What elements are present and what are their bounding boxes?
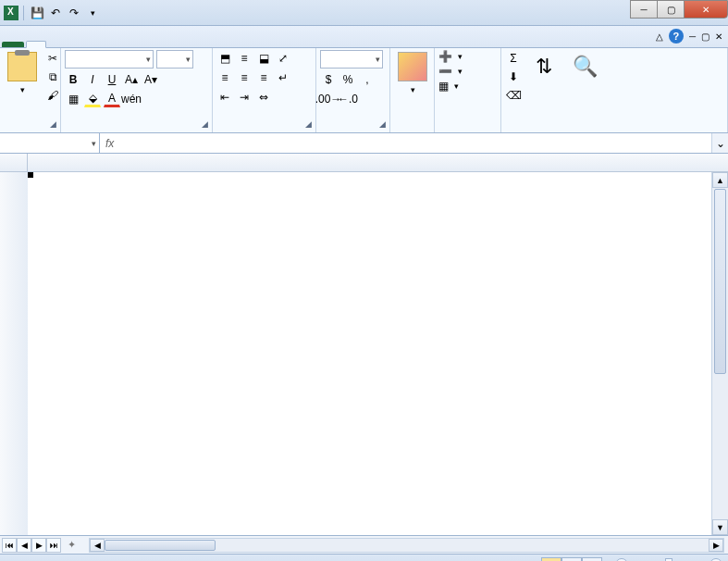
underline-button[interactable]: U: [104, 71, 120, 88]
bold-button[interactable]: B: [65, 71, 81, 88]
delete-cells-button[interactable]: ➖▾: [438, 65, 463, 78]
number-format-combo[interactable]: [320, 50, 383, 69]
status-bar: ▢ ▦ ▤ ▭ − +: [0, 554, 728, 561]
fx-icon[interactable]: fx: [105, 137, 114, 150]
format-cells-icon: ▦: [438, 80, 449, 93]
maximize-button[interactable]: ▢: [657, 0, 685, 19]
tab-insert[interactable]: [46, 42, 65, 47]
align-bottom-icon[interactable]: ⬓: [255, 50, 272, 67]
scroll-left-icon[interactable]: ◀: [90, 539, 105, 552]
increase-decimal-icon[interactable]: .00→: [320, 91, 337, 107]
minimize-button[interactable]: ─: [630, 0, 658, 19]
zoom-in-icon[interactable]: +: [709, 558, 722, 562]
redo-icon[interactable]: ↷: [66, 5, 82, 21]
qat-customize-icon[interactable]: ▾: [84, 5, 101, 21]
name-box[interactable]: [0, 133, 100, 153]
tab-file[interactable]: [2, 42, 24, 47]
decrease-indent-icon[interactable]: ⇤: [216, 89, 233, 106]
fill-handle[interactable]: [28, 172, 33, 178]
comma-format-icon[interactable]: ,: [359, 71, 376, 88]
scroll-up-icon[interactable]: ▲: [712, 172, 728, 188]
format-painter-icon[interactable]: 🖌: [44, 87, 61, 104]
decrease-decimal-icon[interactable]: ←.0: [339, 91, 356, 107]
tab-acrobat[interactable]: [194, 42, 213, 47]
number-launcher-icon[interactable]: ◢: [379, 119, 386, 129]
insert-cells-button[interactable]: ➕▾: [438, 50, 463, 63]
sheet-nav-first-icon[interactable]: ⏮: [2, 538, 17, 553]
select-all-corner[interactable]: [0, 154, 28, 171]
vertical-scroll-thumb[interactable]: [714, 189, 726, 374]
merge-center-icon[interactable]: ⇔: [255, 89, 272, 106]
align-right-icon[interactable]: ≡: [255, 69, 272, 86]
tab-review[interactable]: [120, 42, 139, 47]
tab-team[interactable]: [213, 42, 231, 47]
find-select-button[interactable]: 🔍: [566, 50, 603, 85]
add-sheet-icon[interactable]: ✦: [63, 539, 80, 551]
autosum-icon[interactable]: Σ: [505, 50, 522, 67]
copy-icon[interactable]: ⧉: [44, 69, 61, 85]
scroll-down-icon[interactable]: ▼: [712, 519, 728, 535]
sort-filter-button[interactable]: ⇅: [525, 50, 562, 85]
increase-indent-icon[interactable]: ⇥: [236, 89, 253, 106]
font-name-combo[interactable]: [65, 50, 154, 69]
tab-home[interactable]: [26, 41, 46, 48]
doc-restore-icon[interactable]: ▢: [701, 31, 709, 42]
phonetic-icon[interactable]: wén: [123, 91, 140, 107]
paste-button[interactable]: ▾: [4, 50, 41, 96]
help-icon[interactable]: ?: [669, 29, 684, 44]
page-break-view-icon[interactable]: ▭: [582, 557, 602, 562]
normal-view-icon[interactable]: ▦: [541, 557, 561, 562]
alignment-launcher-icon[interactable]: ◢: [305, 119, 312, 129]
accounting-format-icon[interactable]: $: [320, 71, 337, 88]
fill-icon[interactable]: ⬇: [505, 69, 522, 85]
tab-data[interactable]: [102, 42, 120, 47]
ribbon: ▾ ✂ ⧉ 🖌 ◢ B I U A▴ A▾ ▦: [0, 48, 728, 133]
horizontal-scroll-thumb[interactable]: [105, 540, 216, 551]
cell-selection: [28, 172, 33, 178]
borders-icon[interactable]: ▦: [65, 91, 81, 107]
save-icon[interactable]: 💾: [29, 5, 45, 21]
ribbon-minimize-icon[interactable]: △: [656, 31, 663, 42]
tab-formulas[interactable]: [83, 42, 102, 47]
styles-button[interactable]: ▾: [394, 50, 431, 96]
sheet-nav-last-icon[interactable]: ⏭: [46, 538, 61, 553]
sheet-nav-next-icon[interactable]: ▶: [31, 538, 46, 553]
font-size-combo[interactable]: [156, 50, 193, 69]
page-layout-view-icon[interactable]: ▤: [561, 557, 582, 562]
italic-button[interactable]: I: [84, 71, 101, 88]
sheet-nav-prev-icon[interactable]: ◀: [17, 538, 31, 553]
align-middle-icon[interactable]: ≡: [236, 50, 253, 67]
doc-close-icon[interactable]: ✕: [715, 31, 722, 42]
font-launcher-icon[interactable]: ◢: [202, 119, 208, 129]
zoom-out-icon[interactable]: −: [615, 558, 628, 562]
align-top-icon[interactable]: ⬒: [216, 50, 233, 67]
formula-input[interactable]: [119, 137, 706, 150]
vertical-scrollbar[interactable]: ▲ ▼: [711, 172, 728, 535]
shrink-font-icon[interactable]: A▾: [142, 71, 159, 88]
undo-icon[interactable]: ↶: [47, 5, 64, 21]
format-cells-button[interactable]: ▦▾: [438, 80, 459, 93]
delete-cells-icon: ➖: [438, 65, 452, 78]
font-color-icon[interactable]: A: [104, 91, 120, 107]
close-button[interactable]: ✕: [684, 0, 728, 19]
scroll-right-icon[interactable]: ▶: [709, 539, 723, 552]
tab-page-layout[interactable]: [65, 42, 83, 47]
horizontal-scrollbar[interactable]: ◀ ▶: [89, 538, 724, 553]
clipboard-launcher-icon[interactable]: ◢: [50, 119, 56, 129]
clear-icon[interactable]: ⌫: [505, 87, 522, 104]
sort-filter-icon: ⇅: [529, 52, 559, 81]
tab-view[interactable]: [139, 42, 157, 47]
cut-icon[interactable]: ✂: [44, 50, 61, 67]
align-center-icon[interactable]: ≡: [236, 69, 253, 86]
wrap-text-icon[interactable]: ↵: [275, 69, 291, 86]
grow-font-icon[interactable]: A▴: [123, 71, 140, 88]
orientation-icon[interactable]: ⤢: [275, 50, 291, 67]
tab-abbyy[interactable]: [176, 42, 194, 47]
fill-color-icon[interactable]: ⬙: [84, 91, 101, 107]
doc-minimize-icon[interactable]: ─: [689, 31, 696, 42]
percent-format-icon[interactable]: %: [339, 71, 356, 88]
tab-developer[interactable]: [157, 42, 176, 47]
align-left-icon[interactable]: ≡: [216, 69, 233, 86]
formula-bar-expand-icon[interactable]: ⌄: [711, 133, 728, 153]
excel-icon: [4, 6, 19, 20]
